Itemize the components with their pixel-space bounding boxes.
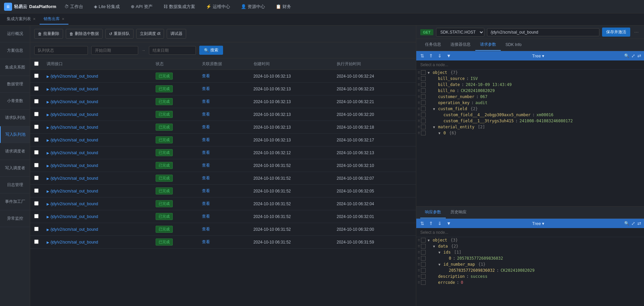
- tree-row[interactable]: ⠿description:success: [416, 273, 644, 279]
- tree-checkbox[interactable]: [421, 280, 426, 285]
- tree-row[interactable]: ⠿custom_field__4__2obgp309axx5_number:xm…: [416, 112, 644, 118]
- tree-arrow[interactable]: ▼: [428, 238, 432, 242]
- tree-checkbox[interactable]: [421, 88, 426, 93]
- filter-start-date[interactable]: [91, 46, 138, 55]
- row-related-link[interactable]: 查看: [202, 227, 210, 231]
- tree-checkbox[interactable]: [421, 250, 426, 255]
- nav-api[interactable]: ⊕ API 资产: [128, 4, 156, 10]
- tree-row[interactable]: ⠿0:2057835772609836032: [416, 255, 644, 261]
- row-related-link[interactable]: 查看: [202, 137, 210, 142]
- tree-arrow[interactable]: ▼: [428, 71, 432, 75]
- row-related-link[interactable]: 查看: [202, 112, 210, 117]
- btn-delete-selected[interactable]: 🗑 删除选中数据: [66, 29, 103, 39]
- tree-checkbox[interactable]: [421, 244, 426, 249]
- tree-row[interactable]: ⠿▼0 {6}: [416, 130, 644, 136]
- tree-row[interactable]: ⠿bill_source:ISV: [416, 76, 644, 82]
- resp-tree-expand-icon2[interactable]: ⤢: [631, 221, 635, 226]
- tree-row[interactable]: ⠿bill_date:2024-10-09 13:43:49: [416, 82, 644, 88]
- row-related-link[interactable]: 查看: [202, 239, 210, 244]
- sidebar-item-request-queue[interactable]: 请求队列池: [0, 110, 30, 126]
- tab-request-params[interactable]: 请求参数: [475, 39, 501, 51]
- tree-row[interactable]: ⠿▼ids [1]: [416, 249, 644, 255]
- tree-checkbox[interactable]: [421, 70, 426, 75]
- tree-row[interactable]: ⠿errcode:0: [416, 279, 644, 286]
- tree-checkbox[interactable]: [421, 119, 426, 123]
- row-api-link[interactable]: /jdy/v2/scm/sal_out_bound: [50, 99, 98, 104]
- btn-batch-delete[interactable]: 🗑 批量删除: [34, 29, 63, 39]
- resp-tree-collapse-icon[interactable]: ⇑: [428, 220, 434, 227]
- request-tree-settings-icon[interactable]: ⇄: [637, 53, 641, 58]
- row-related-link[interactable]: 查看: [202, 99, 210, 104]
- row-select-checkbox[interactable]: [34, 137, 39, 142]
- tree-row[interactable]: ⠿▼material_entity [2]: [416, 124, 644, 130]
- sidebar-item-monitor[interactable]: 异常监控: [0, 210, 30, 227]
- row-select-checkbox[interactable]: [34, 86, 39, 91]
- row-related-link[interactable]: 查看: [202, 188, 210, 193]
- tab-close-sales[interactable]: ✕: [62, 17, 64, 21]
- row-api-link[interactable]: /jdy/v2/scm/sal_out_bound: [50, 125, 98, 130]
- row-select-checkbox[interactable]: [34, 176, 39, 180]
- tree-row[interactable]: ⠿operation_key:audit: [416, 100, 644, 106]
- tree-arrow[interactable]: ▼: [438, 251, 442, 254]
- filter-queue-status[interactable]: [34, 46, 88, 55]
- tab-history-response[interactable]: 历史响应: [446, 207, 471, 218]
- request-tree-expand-icon[interactable]: ⤢: [631, 53, 635, 58]
- sidebar-item-overview[interactable]: 运行概况: [0, 26, 30, 42]
- sidebar-item-write-queue[interactable]: 写入队列池: [0, 126, 30, 143]
- nav-finance[interactable]: 📋 财务: [273, 4, 294, 10]
- sidebar-item-graph[interactable]: 集成关系图: [0, 59, 30, 76]
- row-api-link[interactable]: /jdy/v2/scm/sal_out_bound: [50, 202, 98, 206]
- row-api-link[interactable]: /jdy/v2/scm/sal_out_bound: [50, 176, 98, 181]
- row-select-checkbox[interactable]: [34, 150, 39, 155]
- row-select-checkbox[interactable]: [34, 188, 39, 193]
- row-api-link[interactable]: /jdy/v2/scm/sal_out_bound: [50, 74, 98, 79]
- row-api-link[interactable]: /jdy/v2/scm/sal_out_bound: [50, 214, 98, 219]
- response-tree-label[interactable]: Tree ▾: [454, 221, 622, 226]
- filter-end-date[interactable]: [149, 46, 196, 55]
- resp-tree-expand-icon[interactable]: ⇅: [419, 220, 426, 227]
- resp-tree-settings-icon[interactable]: ⇄: [637, 221, 641, 226]
- tab-close-integration[interactable]: ✕: [33, 17, 36, 21]
- row-related-link[interactable]: 查看: [202, 163, 210, 168]
- tree-row[interactable]: ⠿2057835772609836032:CK202410082029: [416, 267, 644, 273]
- sidebar-item-query[interactable]: 小青查数: [0, 93, 30, 110]
- sidebar-item-events[interactable]: 事件加工厂: [0, 193, 30, 210]
- tab-response-params[interactable]: 响应参数: [420, 207, 446, 218]
- tree-checkbox[interactable]: [421, 106, 426, 111]
- nav-integration[interactable]: ⛓ 数据集成方案: [161, 4, 198, 10]
- select-all-checkbox[interactable]: [34, 61, 39, 66]
- tree-row[interactable]: ⠿custom_field__1__3trygs3uh415:241008-04…: [416, 118, 644, 124]
- row-related-link[interactable]: 查看: [202, 201, 210, 206]
- row-select-checkbox[interactable]: [34, 112, 39, 116]
- nav-resources[interactable]: 👤 资源中心: [238, 4, 268, 10]
- tree-row[interactable]: ⠿▼object {7}: [416, 70, 644, 76]
- tree-sort-icon[interactable]: ⇓: [436, 52, 443, 59]
- row-select-checkbox[interactable]: [34, 125, 39, 129]
- row-api-link[interactable]: /jdy/v2/scm/sal_out_bound: [50, 163, 98, 168]
- tree-checkbox[interactable]: [421, 256, 426, 261]
- save-activate-button[interactable]: 保存并激活: [602, 28, 630, 37]
- tree-arrow[interactable]: ▼: [433, 245, 437, 248]
- tree-checkbox[interactable]: [421, 82, 426, 87]
- row-select-checkbox[interactable]: [34, 201, 39, 206]
- row-select-checkbox[interactable]: [34, 239, 39, 244]
- tree-checkbox[interactable]: [421, 94, 426, 99]
- row-api-link[interactable]: /jdy/v2/scm/sal_out_bound: [50, 112, 98, 117]
- resp-tree-filter-icon[interactable]: ▼: [445, 220, 452, 227]
- sidebar-item-logs[interactable]: 日志管理: [0, 177, 30, 193]
- row-select-checkbox[interactable]: [34, 163, 39, 167]
- sidebar-item-info[interactable]: 方案信息: [0, 42, 30, 59]
- tree-expand-all-icon[interactable]: ⇅: [419, 52, 426, 59]
- row-api-link[interactable]: /jdy/v2/scm/sal_out_bound: [50, 227, 98, 232]
- nav-ops[interactable]: ⚡ 运维中心: [203, 4, 233, 10]
- tab-connector-info[interactable]: 连接器信息: [446, 39, 475, 51]
- tab-sales-out[interactable]: 销售出库 ✕: [40, 14, 68, 25]
- tree-checkbox[interactable]: [421, 76, 426, 81]
- row-api-link[interactable]: /jdy/v2/scm/sal_out_bound: [50, 150, 98, 155]
- btn-requeue[interactable]: ↺ 重新排队: [105, 29, 133, 39]
- tree-checkbox[interactable]: [421, 274, 426, 279]
- row-api-link[interactable]: /jdy/v2/scm/sal_out_bound: [50, 189, 98, 193]
- tree-row[interactable]: ⠿▼id_number_map {1}: [416, 261, 644, 267]
- tree-checkbox[interactable]: [421, 125, 426, 129]
- tab-task-info[interactable]: 任务信息: [420, 39, 446, 51]
